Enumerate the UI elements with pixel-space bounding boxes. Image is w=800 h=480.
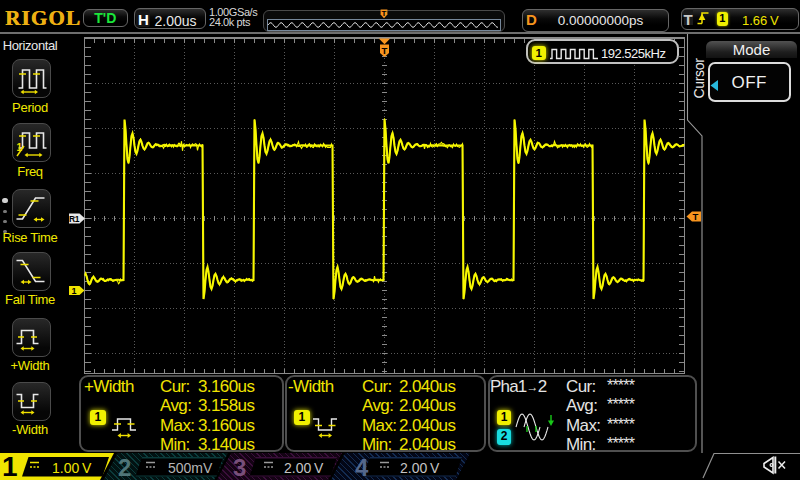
svg-text:1: 1 bbox=[71, 286, 76, 296]
svg-text:T: T bbox=[382, 45, 388, 56]
svg-text:T: T bbox=[693, 211, 699, 222]
svg-text:R1: R1 bbox=[69, 214, 80, 224]
svg-text:T: T bbox=[382, 9, 387, 18]
